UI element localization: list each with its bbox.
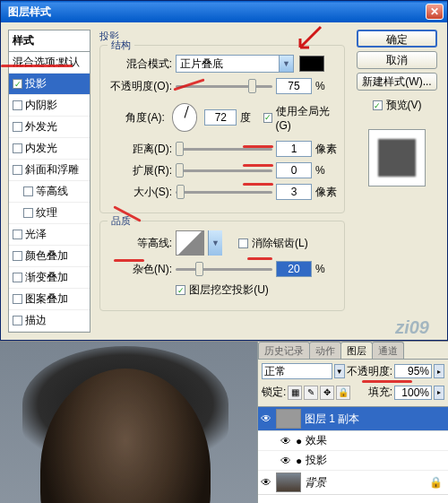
noise-slider[interactable] [176, 262, 272, 276]
blend-mode-combo[interactable]: 正片叠底▼ [176, 55, 294, 73]
opacity-input[interactable]: 75 [276, 78, 312, 94]
knockout-checkbox[interactable] [176, 285, 185, 295]
checkbox-icon[interactable] [13, 230, 22, 239]
checkbox-icon[interactable] [13, 79, 22, 89]
preview-checkbox[interactable] [373, 100, 383, 110]
checkbox-icon[interactable] [23, 186, 33, 196]
layer-thumbnail[interactable] [276, 409, 301, 429]
spread-input[interactable]: 0 [276, 162, 312, 178]
antialias-label: 消除锯齿(L) [252, 236, 308, 251]
effect-drop-shadow[interactable]: 👁●投影 [258, 451, 448, 471]
spread-label: 扩展(R): [108, 163, 172, 178]
style-gradient-overlay[interactable]: 渐变叠加 [9, 267, 90, 289]
style-drop-shadow[interactable]: 投影 [9, 74, 90, 95]
checkbox-icon[interactable] [13, 122, 22, 132]
chevron-down-icon[interactable]: ▼ [279, 56, 293, 72]
layer-thumbnail[interactable] [276, 473, 301, 492]
checkbox-icon[interactable] [13, 251, 22, 261]
visibility-icon[interactable]: 👁 [280, 455, 292, 467]
tab-actions[interactable]: 动作 [309, 342, 341, 359]
canvas-image: zi09 [0, 342, 257, 503]
noise-input[interactable]: 20 [276, 261, 312, 277]
visibility-icon[interactable]: 👁 [260, 412, 272, 425]
checkbox-icon[interactable] [13, 273, 22, 282]
lock-icon: 🔒 [429, 476, 443, 489]
structure-fieldset: 结构 混合模式: 正片叠底▼ 不透明度(O): 75 % 角度(A): 72 度 [99, 45, 345, 213]
distance-slider[interactable] [176, 142, 272, 156]
antialias-checkbox[interactable] [238, 238, 248, 248]
shadow-color-swatch[interactable] [299, 56, 324, 72]
chevron-down-icon[interactable]: ▼ [334, 364, 345, 378]
cancel-button[interactable]: 取消 [357, 51, 437, 69]
style-bevel[interactable]: 斜面和浮雕 [9, 160, 90, 181]
lock-transparency-icon[interactable]: ▦ [288, 386, 302, 400]
arrow-icon[interactable]: ▸ [434, 364, 444, 378]
contour-picker[interactable] [176, 230, 204, 256]
tab-history[interactable]: 历史记录 [258, 342, 310, 359]
checkbox-icon[interactable] [13, 165, 22, 175]
visibility-icon[interactable]: 👁 [260, 476, 272, 489]
layer-row[interactable]: 👁 背景 🔒 [258, 471, 448, 495]
style-inner-shadow[interactable]: 内阴影 [9, 95, 90, 117]
checkbox-icon[interactable] [13, 316, 22, 325]
size-slider[interactable] [176, 185, 272, 199]
effects-row[interactable]: 👁●效果 [258, 431, 448, 451]
blend-options-item[interactable]: 混合选项:默认 [9, 52, 90, 74]
annotation-mark [243, 183, 273, 186]
global-light-label: 使用全局光(G) [276, 104, 338, 132]
distance-input[interactable]: 1 [276, 141, 312, 157]
distance-label: 距离(D): [108, 142, 172, 157]
annotation-mark [247, 257, 272, 260]
style-satin[interactable]: 光泽 [9, 224, 90, 246]
styles-list: 样式 混合选项:默认 投影 内阴影 外发光 内发光 斜面和浮雕 等高线 纹理 光… [8, 30, 90, 333]
settings-panel: 投影 结构 混合模式: 正片叠底▼ 不透明度(O): 75 % 角度(A): [96, 30, 349, 333]
style-inner-glow[interactable]: 内发光 [9, 138, 90, 160]
style-outer-glow[interactable]: 外发光 [9, 117, 90, 138]
layer-blend-combo[interactable]: 正常 [262, 363, 332, 379]
ok-button[interactable]: 确定 [357, 30, 437, 48]
new-style-button[interactable]: 新建样式(W)... [357, 73, 437, 91]
checkbox-icon[interactable] [23, 208, 33, 218]
arrow-icon[interactable]: ▸ [434, 386, 444, 400]
annotation-mark [362, 380, 412, 383]
layer-name: 背景 [305, 475, 326, 490]
lock-pixels-icon[interactable]: ✎ [304, 386, 318, 400]
chevron-down-icon[interactable]: ▼ [208, 230, 222, 256]
close-button[interactable]: ✕ [426, 4, 444, 20]
size-input[interactable]: 3 [276, 184, 312, 200]
contour-label: 等高线: [108, 236, 172, 251]
opacity-slider[interactable] [176, 79, 272, 93]
dialog-title: 图层样式 [4, 4, 51, 20]
angle-dial[interactable] [172, 103, 198, 132]
annotation-mark [243, 164, 273, 167]
watermark: zi09 [395, 317, 429, 338]
layer-list: 👁 图层 1 副本 👁●效果 👁●投影 👁 背景 🔒 [258, 407, 448, 503]
checkbox-icon[interactable] [13, 294, 22, 304]
layers-panel: 历史记录 动作 图层 通道 正常 ▼ 不透明度: 95% ▸ 锁定: ▦ ✎ ✥… [257, 342, 448, 503]
checkbox-icon[interactable] [13, 100, 22, 110]
lock-all-icon[interactable]: 🔒 [336, 386, 350, 400]
layer-opacity-input[interactable]: 95% [394, 364, 432, 378]
style-texture[interactable]: 纹理 [9, 203, 90, 224]
lock-position-icon[interactable]: ✥ [320, 386, 334, 400]
style-stroke[interactable]: 描边 [9, 310, 90, 332]
tab-layers[interactable]: 图层 [340, 342, 373, 359]
checkbox-icon[interactable] [13, 143, 22, 153]
style-contour[interactable]: 等高线 [9, 181, 90, 203]
layer-opacity-label: 不透明度: [347, 364, 392, 379]
styles-header[interactable]: 样式 [9, 30, 90, 52]
layer-row[interactable]: 👁 图层 1 副本 [258, 407, 448, 431]
tab-channels[interactable]: 通道 [372, 342, 404, 359]
style-pattern-overlay[interactable]: 图案叠加 [9, 289, 90, 310]
visibility-icon[interactable]: 👁 [280, 435, 292, 447]
lock-icons: ▦ ✎ ✥ 🔒 [288, 386, 350, 400]
style-color-overlay[interactable]: 颜色叠加 [9, 246, 90, 267]
fill-input[interactable]: 100% [394, 386, 432, 400]
quality-fieldset: 品质 等高线: ▼ 消除锯齿(L) 杂色(N): 20 % [99, 221, 345, 311]
angle-label: 角度(A): [108, 110, 165, 126]
lock-label: 锁定: [262, 385, 286, 400]
knockout-label: 图层挖空投影(U) [189, 282, 269, 298]
global-light-checkbox[interactable] [263, 113, 272, 123]
opacity-label: 不透明度(O): [108, 79, 172, 94]
angle-input[interactable]: 72 [204, 109, 237, 126]
